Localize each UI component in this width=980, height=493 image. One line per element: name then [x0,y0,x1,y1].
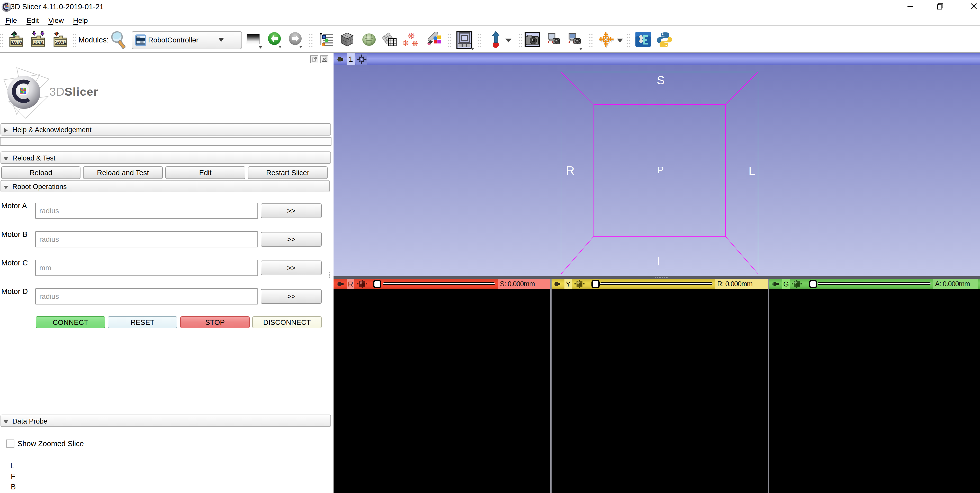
svg-text:Slicer: Slicer [65,85,99,98]
svg-text:DATA: DATA [11,40,22,45]
svg-text:3D: 3D [49,85,65,98]
svg-text:❋: ❋ [412,39,418,47]
svg-text:SAVE: SAVE [55,40,66,45]
svg-text:DCM: DCM [33,40,43,45]
svg-text:❋: ❋ [402,39,409,47]
